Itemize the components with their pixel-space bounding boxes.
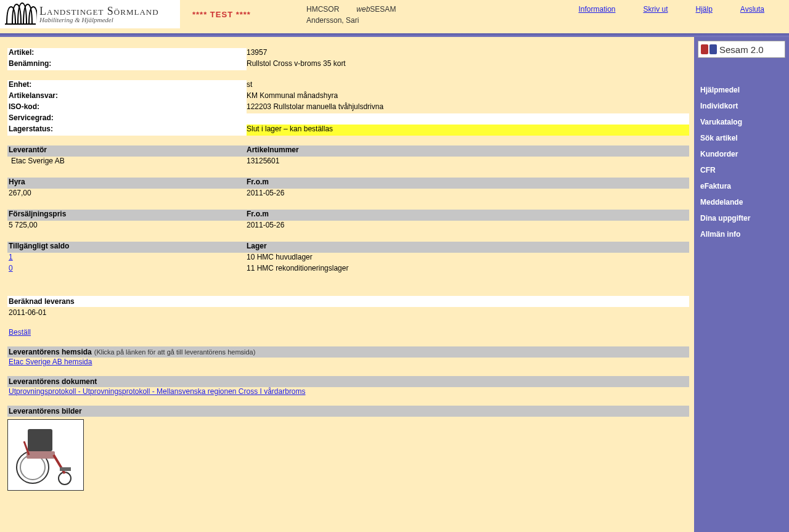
- order-link[interactable]: Beställ: [9, 328, 31, 337]
- product-thumbnail[interactable]: [7, 419, 84, 491]
- link-help[interactable]: Hjälp: [696, 5, 713, 14]
- price-table-head: Försäljningspris Fr.o.m: [7, 210, 689, 221]
- sidebar-item-meddelande[interactable]: Meddelande: [698, 195, 785, 210]
- vendor-site-head: Leverantörens hemsida(Klicka på länken f…: [7, 346, 689, 358]
- sidebar-item-kundorder[interactable]: Kundorder: [698, 147, 785, 162]
- vendor-images-head: Leverantörens bilder: [7, 406, 689, 417]
- price-table-row: 5 725,00 2011-05-26: [7, 221, 689, 232]
- sidebar-item-sok-artikel[interactable]: Sök artikel: [698, 131, 785, 145]
- sidebar-item-cfr[interactable]: CFR: [698, 163, 785, 178]
- content-area: Artikel: 13957 Benämning: Rullstol Cross…: [0, 37, 694, 532]
- sidebar-item-individkort[interactable]: Individkort: [698, 99, 785, 113]
- top-header: Landstinget Sörmland Habilitering & Hjäl…: [0, 0, 789, 33]
- field-servicegrad: Servicegrad:: [7, 113, 689, 125]
- link-information[interactable]: Information: [578, 5, 615, 14]
- stock-table-head: Tillgängligt saldo Lager: [7, 242, 689, 253]
- sidebar-item-efaktura[interactable]: eFaktura: [698, 179, 785, 194]
- vendor-doc-link[interactable]: Utprovningsprotokoll - Utprovningsprotok…: [9, 387, 306, 396]
- vendor-docs-head: Leverantörens dokument: [7, 376, 689, 387]
- vendor-site-link[interactable]: Etac Sverige AB hemsida: [9, 358, 92, 366]
- svg-point-3: [59, 472, 71, 485]
- field-artikelansvar: Artikelansvar: KM Kommunal månadshyra: [7, 91, 689, 102]
- supplier-table-row: Etac Sverige AB 13125601: [7, 157, 689, 168]
- crown-icon: [4, 2, 37, 27]
- stock-qty-link-2[interactable]: 0: [9, 264, 13, 272]
- field-enhet: Enhet: st: [7, 80, 689, 91]
- wheelchair-icon: [12, 423, 80, 487]
- badge-square-red: [701, 44, 708, 54]
- right-sidebar: Sesam 2.0 Hjälpmedel Individkort Varukat…: [694, 37, 789, 532]
- svg-rect-8: [60, 467, 71, 471]
- supplier-table-head: Leverantör Artikelnummer: [7, 145, 689, 157]
- sidebar-item-allman-info[interactable]: Allmän info: [698, 227, 785, 242]
- rent-table-row: 267,00 2011-05-26: [7, 189, 689, 200]
- org-logo: Landstinget Sörmland Habilitering & Hjäl…: [0, 0, 180, 28]
- badge-square-blue: [709, 44, 717, 54]
- sidebar-item-varukatalog[interactable]: Varukatalog: [698, 115, 785, 129]
- link-logout[interactable]: Avsluta: [740, 5, 764, 14]
- rent-table-head: Hyra Fr.o.m: [7, 178, 689, 189]
- field-lagerstatus: Lagerstatus: Slut i lager – kan beställa…: [7, 125, 689, 136]
- delivery-date: 2011-06-01: [7, 307, 689, 318]
- org-name: Landstinget Sörmland: [39, 6, 159, 17]
- field-artikel: Artikel: 13957: [7, 48, 689, 59]
- svg-rect-4: [28, 429, 52, 451]
- system-code: HMCSOR: [306, 5, 339, 14]
- sidebar-item-hjalpmedel[interactable]: Hjälpmedel: [698, 83, 785, 97]
- delivery-head: Beräknad leverans: [7, 296, 689, 307]
- stock-qty-link-1[interactable]: 1: [9, 253, 13, 261]
- sidebar-item-dina-uppgifter[interactable]: Dina uppgifter: [698, 211, 785, 226]
- org-subtitle: Habilitering & Hjälpmedel: [39, 17, 159, 23]
- stock-table-row: 1 10 HMC huvudlager: [7, 253, 689, 264]
- sesam-badge: Sesam 2.0: [698, 41, 785, 58]
- current-user: Andersson, Sari: [306, 16, 789, 25]
- test-indicator: **** TEST ****: [180, 0, 306, 28]
- stock-table-row: 0 11 HMC rekonditioneringslager: [7, 264, 689, 275]
- link-print[interactable]: Skriv ut: [643, 5, 668, 14]
- svg-rect-5: [27, 451, 55, 459]
- app-title: webSESAM: [356, 5, 396, 14]
- field-benamning: Benämning: Rullstol Cross v-broms 35 kor…: [7, 59, 689, 70]
- field-isokod: ISO-kod: 122203 Rullstolar manuella tvåh…: [7, 102, 689, 113]
